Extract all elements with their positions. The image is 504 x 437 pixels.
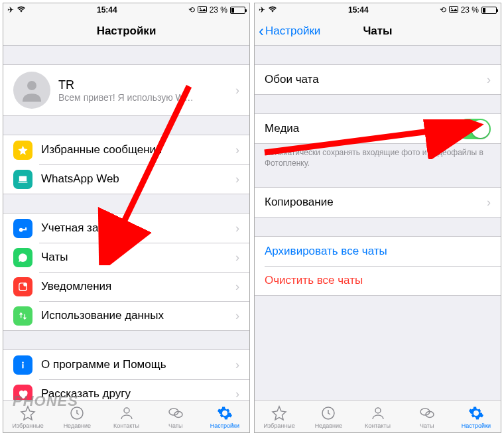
tab-label: Избранные xyxy=(13,422,44,429)
phone-left: ✈ 15:44 ⟲ 23 % Настройки TR Всем привет!… xyxy=(3,3,250,433)
cell-clear-all[interactable]: Очистить все чаты xyxy=(255,266,501,295)
gear-icon xyxy=(468,405,485,422)
tab-settings[interactable]: Настройки xyxy=(200,401,249,432)
orientation-lock-icon: ⟲ xyxy=(188,5,195,15)
tab-label: Настройки xyxy=(462,422,491,429)
cell-media[interactable]: Медиа xyxy=(255,114,501,143)
tab-label: Недавние xyxy=(315,422,342,429)
photo-share-icon xyxy=(198,5,207,15)
svg-rect-0 xyxy=(198,7,206,13)
info-icon xyxy=(13,355,32,375)
tab-label: Избранные xyxy=(264,422,295,429)
chats-icon xyxy=(167,405,184,422)
svg-point-10 xyxy=(22,361,24,363)
status-bar: ✈ 15:44 ⟲ 23 % xyxy=(3,3,249,17)
chevron-icon: › xyxy=(235,84,239,97)
svg-rect-3 xyxy=(19,176,27,181)
photo-share-icon xyxy=(449,5,458,15)
cell-about[interactable]: О программе и Помощь › xyxy=(3,350,249,379)
notification-icon xyxy=(13,277,32,296)
chevron-icon: › xyxy=(235,251,239,265)
chevron-icon: › xyxy=(235,280,239,294)
svg-point-2 xyxy=(27,81,36,90)
tab-label: Чаты xyxy=(168,422,182,429)
tab-label: Настройки xyxy=(210,422,239,429)
svg-point-1 xyxy=(200,8,201,9)
tab-contacts[interactable]: Контакты xyxy=(101,401,151,432)
tab-chats[interactable]: Чаты xyxy=(151,401,200,432)
cell-data-usage[interactable]: Использование данных › xyxy=(3,301,249,330)
svg-rect-11 xyxy=(22,364,23,368)
svg-point-18 xyxy=(451,8,452,9)
chevron-icon: › xyxy=(235,143,239,157)
cell-label: Избранные сообщения xyxy=(41,143,231,156)
cell-label: Копирование xyxy=(265,196,483,209)
contact-icon xyxy=(118,405,135,422)
tab-contacts[interactable]: Контакты xyxy=(353,401,402,432)
cell-archive-all[interactable]: Архивировать все чаты xyxy=(255,237,501,266)
svg-rect-4 xyxy=(18,182,27,182)
svg-rect-6 xyxy=(22,229,27,230)
nav-bar: ‹ Настройки Чаты xyxy=(255,17,501,46)
tab-label: Чаты xyxy=(420,422,434,429)
chevron-icon: › xyxy=(235,358,239,372)
tab-label: Недавние xyxy=(64,422,91,429)
cell-label: Обои чата xyxy=(265,73,483,86)
arrows-icon xyxy=(13,306,32,326)
cell-account[interactable]: Учетная запись › xyxy=(3,214,249,243)
battery-text: 23 % xyxy=(210,5,227,15)
star-icon xyxy=(13,141,32,160)
cell-wallpaper[interactable]: Обои чата › xyxy=(255,65,501,94)
cell-notifications[interactable]: Уведомления › xyxy=(3,272,249,301)
profile-cell[interactable]: TR Всем привет! Я использую W… › xyxy=(3,65,249,115)
status-time: 15:44 xyxy=(97,5,117,15)
cell-label: Архивировать все чаты xyxy=(265,245,491,258)
nav-title: Чаты xyxy=(363,25,392,38)
cell-chats[interactable]: Чаты › xyxy=(3,243,249,272)
cell-label: О программе и Помощь xyxy=(41,358,231,371)
chevron-icon: › xyxy=(487,196,491,210)
tab-settings[interactable]: Настройки xyxy=(452,401,501,432)
cell-label: Учетная запись xyxy=(41,221,231,235)
svg-point-9 xyxy=(24,282,27,285)
chevron-icon: › xyxy=(235,309,239,323)
svg-point-13 xyxy=(124,408,129,413)
svg-point-20 xyxy=(375,408,381,413)
settings-content[interactable]: TR Всем привет! Я использую W… › Избранн… xyxy=(3,46,249,400)
cell-label: Уведомления xyxy=(41,280,231,293)
tab-bar: Избранные Недавние Контакты Чаты Настрой… xyxy=(255,400,501,432)
tab-recents[interactable]: Недавние xyxy=(304,401,353,432)
star-outline-icon xyxy=(271,405,288,422)
profile-name: TR xyxy=(58,78,231,92)
cell-backup[interactable]: Копирование › xyxy=(255,188,501,217)
chevron-icon: › xyxy=(235,172,239,186)
nav-bar: Настройки xyxy=(3,17,249,46)
tab-chats[interactable]: Чаты xyxy=(403,401,452,432)
watermark: PHONES xyxy=(13,393,78,410)
key-icon xyxy=(13,219,32,238)
battery-icon xyxy=(481,7,497,14)
airplane-icon: ✈ xyxy=(7,5,14,15)
wifi-icon xyxy=(268,5,277,15)
back-label: Настройки xyxy=(265,25,320,38)
tab-favorites[interactable]: Избранные xyxy=(255,401,304,432)
chats-icon xyxy=(418,405,436,422)
airplane-icon: ✈ xyxy=(259,5,265,15)
chats-settings-content[interactable]: Обои чата › Медиа Автоматически сохранят… xyxy=(255,46,501,400)
nav-title: Настройки xyxy=(97,25,157,38)
phone-right: ✈ 15:44 ⟲ 23 % ‹ Настройки Чаты Обои чат… xyxy=(254,3,501,433)
profile-status: Всем привет! Я использую W… xyxy=(58,92,231,103)
cell-label: WhatsApp Web xyxy=(41,172,231,186)
svg-rect-17 xyxy=(449,7,458,13)
back-button[interactable]: ‹ Настройки xyxy=(259,22,320,40)
cell-starred[interactable]: Избранные сообщения › xyxy=(3,135,249,164)
status-time: 15:44 xyxy=(348,5,369,15)
contact-icon xyxy=(369,405,387,422)
media-toggle[interactable] xyxy=(457,119,491,139)
whatsapp-icon xyxy=(13,248,32,267)
cell-label: Чаты xyxy=(41,251,231,264)
orientation-lock-icon: ⟲ xyxy=(440,5,446,15)
battery-icon xyxy=(230,7,245,14)
cell-whatsapp-web[interactable]: WhatsApp Web › xyxy=(3,164,249,194)
chevron-icon: › xyxy=(235,387,239,401)
